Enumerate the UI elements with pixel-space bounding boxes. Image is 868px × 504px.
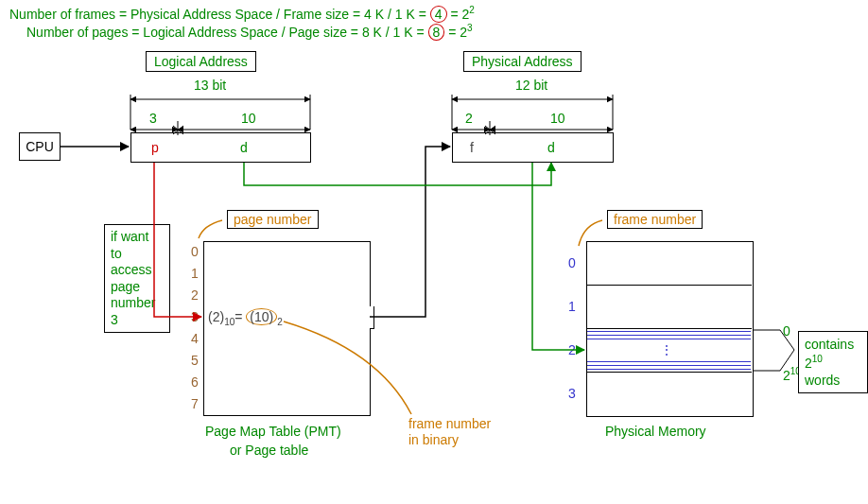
pt-idx-7: 7 (191, 396, 199, 411)
pm-f2-line (587, 331, 751, 332)
logical-p-label: p (151, 140, 159, 155)
pm-div-3 (586, 372, 752, 373)
note-l2: to (111, 246, 164, 263)
contains-a: contains (805, 336, 861, 353)
contains-box: contains 210 words (798, 331, 868, 393)
logical-d-bits: 10 (241, 111, 256, 126)
physical-d-label: d (547, 140, 555, 155)
physical-f-bits: 2 (465, 111, 473, 126)
pm-idx-2: 2 (568, 342, 576, 357)
equation-pages: Number of pages = Logical Address Space … (26, 23, 473, 41)
pm-idx-1: 1 (568, 299, 576, 314)
note-l4: page (111, 279, 164, 296)
pt-entry3-d: (10) (246, 308, 277, 325)
pt-entry3-b: 10 (224, 317, 234, 327)
eq-pages-pre: Number of pages = Logical Address Space … (26, 25, 425, 40)
logical-total-bits: 13 bit (194, 78, 226, 93)
pt-idx-3: 3 (191, 309, 199, 324)
circled-8: 8 (428, 24, 445, 41)
contains-c: words (805, 373, 840, 388)
pm-zero: 0 (783, 323, 790, 339)
pt-row-3: (2)10= (10)2 (203, 306, 374, 329)
pm-f2-line (587, 369, 751, 370)
pt-row-0 (203, 241, 371, 265)
pt-entry3-c: = (234, 309, 246, 324)
pm-div-2 (586, 328, 752, 329)
pt-row-7 (203, 393, 371, 416)
pt-row-6 (203, 372, 371, 394)
pt-idx-2: 2 (191, 287, 199, 303)
pm-caption: Physical Memory (605, 424, 706, 439)
pt-entry3-a: (2) (208, 309, 224, 324)
logical-d-cell: d (178, 132, 311, 163)
pm-div-1 (586, 285, 752, 286)
page-number-label: page number (227, 210, 319, 229)
fn-l1: frame number (408, 416, 491, 432)
pm-idx-3: 3 (568, 386, 576, 401)
physical-f-label: f (470, 140, 474, 155)
logical-d-label: d (240, 140, 248, 155)
contains-exp: 10 (812, 354, 823, 364)
fn-l2: in binary (408, 432, 491, 448)
pt-row-1 (203, 263, 371, 286)
pt-idx-4: 4 (191, 331, 199, 346)
circled-4: 4 (430, 6, 447, 23)
physical-address-header: Physical Address (463, 51, 582, 72)
note-l6: 3 (111, 312, 164, 329)
equation-frames: Number of frames = Physical Address Spac… (9, 5, 475, 23)
pt-caption-1: Page Map Table (PMT) (205, 424, 341, 439)
physical-total-bits: 12 bit (515, 78, 547, 93)
pt-idx-5: 5 (191, 353, 199, 368)
pt-idx-6: 6 (191, 374, 199, 390)
pm-last-base: 2 (783, 368, 790, 383)
note-box: if want to access page number 3 (104, 224, 170, 333)
eq-pages-post: = 2 (448, 25, 467, 40)
contains-line2: 210 words (805, 353, 861, 389)
frame-number-binary-label: frame number in binary (408, 416, 491, 448)
note-l1: if want (111, 229, 164, 246)
note-l5: number (111, 295, 164, 312)
logical-address-header: Logical Address (146, 51, 256, 72)
pm-f2-line (587, 335, 751, 336)
eq-frames-pre: Number of frames = Physical Address Spac… (9, 7, 426, 22)
pm-f2-line (587, 365, 751, 366)
pt-row-5 (203, 350, 371, 373)
logical-p-bits: 3 (149, 111, 157, 126)
note-l3: access (111, 262, 164, 279)
pm-f2-line (587, 361, 751, 362)
pt-entry3-e: 2 (277, 317, 283, 327)
eq-frames-post: = 2 (450, 7, 469, 22)
pt-row-2 (203, 285, 371, 307)
eq-pages-exp: 3 (467, 23, 473, 33)
eq-frames-exp: 2 (469, 5, 475, 15)
physical-d-cell: d (490, 132, 614, 163)
pm-f2-line (587, 339, 751, 339)
pm-f2-dots: ⋮ (660, 342, 676, 357)
cpu-box: CPU (19, 132, 61, 161)
pt-caption-2: or Page table (230, 443, 308, 458)
pt-idx-0: 0 (191, 244, 199, 259)
physical-d-bits: 10 (550, 111, 565, 126)
pm-idx-0: 0 (568, 255, 576, 270)
physical-f-cell: f (452, 132, 492, 163)
pt-idx-1: 1 (191, 266, 199, 281)
pt-row-4 (203, 328, 371, 351)
contains-b: 2 (805, 356, 812, 371)
logical-p-cell: p (130, 132, 180, 163)
physical-memory-box (586, 241, 754, 417)
frame-number-label: frame number (607, 210, 703, 229)
